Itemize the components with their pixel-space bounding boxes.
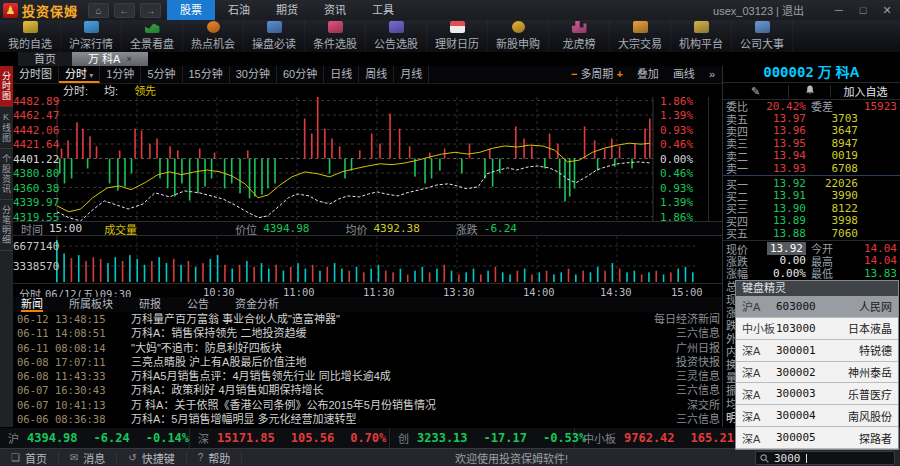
toolbar-button-新股申购[interactable]: 新股申购 xyxy=(488,20,549,52)
wizard-result-row[interactable]: 深A300003乐普医疗 xyxy=(736,383,898,405)
wizard-result-row[interactable]: 深A300004南风股份 xyxy=(736,405,898,427)
close-icon[interactable]: ✕ xyxy=(880,4,894,17)
minus-icon[interactable]: − xyxy=(571,68,577,80)
block-trade-icon xyxy=(633,21,648,33)
volume-chart[interactable] xyxy=(13,236,722,283)
toolbar-button-条件选股[interactable]: 条件选股 xyxy=(305,20,366,52)
tab-close-icon[interactable]: × xyxy=(126,52,131,66)
wizard-result-row[interactable]: 中小板103000日本液晶 xyxy=(736,318,898,340)
period-1分钟[interactable]: 1分钟 xyxy=(100,66,141,83)
news-tab-研报[interactable]: 研报 xyxy=(139,297,161,312)
index-item-深[interactable]: 深15171.85105.560.70% xyxy=(190,428,390,449)
sidebar-item-K线图[interactable]: K线图 xyxy=(0,107,13,149)
edit-icon[interactable]: ✎ xyxy=(723,85,789,98)
news-tab-公告[interactable]: 公告 xyxy=(187,297,209,312)
news-row[interactable]: 06-07 16:30:43万科A：政策利好 4月销售如期保持增长三六信息 xyxy=(13,383,722,397)
wizard-market: 中小板 xyxy=(742,320,776,336)
price-scale-label: 4401.22 xyxy=(13,154,55,165)
period-周线[interactable]: 周线 xyxy=(359,66,394,83)
toolbar-button-公告选股[interactable]: 公告选股 xyxy=(366,20,427,52)
alert-bell-icon[interactable] xyxy=(789,85,831,97)
statusbar-button-帮助[interactable]: ?帮助 xyxy=(187,452,243,464)
ask-price: 13.95 xyxy=(773,137,806,150)
statusbar-button-首页[interactable]: ❏首页 xyxy=(0,452,59,464)
ipo-icon xyxy=(512,21,525,33)
multi-period-control[interactable]: − 多周期 + xyxy=(564,66,630,83)
news-row[interactable]: 06-08 11:43:33万科A5月销售点评：4月销售领先行业 同比增长逾4成… xyxy=(13,369,722,383)
news-row[interactable]: 06-11 08:08:14"大妈"不追市：防息利好四板块广州日报 xyxy=(13,341,722,355)
sidebar-item-个股资讯[interactable]: 个股资讯 xyxy=(0,149,13,200)
news-row[interactable]: 06-12 13:48:15万科量产百万富翁 事业合伙人成"造富神器"每日经济新… xyxy=(13,312,722,326)
tab-label: 万 科A xyxy=(88,52,120,66)
logout-link[interactable]: 退出 xyxy=(782,5,804,17)
news-tab-所属板块[interactable]: 所属板块 xyxy=(69,297,113,312)
tab-万 科A[interactable]: 万 科A× xyxy=(72,52,148,66)
period-月线[interactable]: 月线 xyxy=(394,66,429,83)
toolbar-button-大宗交易[interactable]: 大宗交易 xyxy=(610,20,671,52)
menu-item-石油[interactable]: 石油 xyxy=(215,0,263,20)
toolbar-button-理财日历[interactable]: 理财日历 xyxy=(427,20,488,52)
wizard-result-row[interactable]: 深A300002神州泰岳 xyxy=(736,362,898,384)
period-日线[interactable]: 日线 xyxy=(324,66,359,83)
popup-title[interactable]: 键盘精灵 xyxy=(736,281,898,296)
overlay-button[interactable]: 叠加 xyxy=(630,66,666,83)
toolbar-button-龙虎榜[interactable]: 龙虎榜 xyxy=(549,20,610,52)
index-item-创[interactable]: 创3233.13-17.17-0.53% xyxy=(390,428,575,449)
tab-首页[interactable]: 首页 xyxy=(18,52,72,66)
search-box[interactable]: 3000 xyxy=(755,451,895,465)
sidebar-item-分笔明细[interactable]: 分笔明细 xyxy=(0,200,13,251)
menu-item-股票[interactable]: 股票 xyxy=(167,0,215,20)
forward-icon[interactable]: → xyxy=(140,3,161,18)
keyboard-wizard-popup: 键盘精灵 沪A603000人民网中小板103000日本液晶深A300001特锐德… xyxy=(735,280,899,450)
volume-label[interactable]: 成交量 xyxy=(104,221,137,237)
more-button[interactable]: » xyxy=(702,66,722,83)
wizard-market: 沪A xyxy=(742,298,776,314)
back-icon[interactable]: ← xyxy=(114,3,135,18)
menu-item-工具[interactable]: 工具 xyxy=(359,0,407,20)
toolbar-button-公司大事[interactable]: 公司大事 xyxy=(732,20,793,52)
index-item-沪[interactable]: 沪4394.98-6.24-0.14% xyxy=(0,428,190,449)
news-tab-新闻[interactable]: 新闻 xyxy=(21,297,43,312)
menu-item-期货[interactable]: 期货 xyxy=(263,0,311,20)
menu-item-资讯[interactable]: 资讯 xyxy=(311,0,359,20)
news-row[interactable]: 06-07 10:41:13万 科A：关于依照《香港公司条例》公布2015年5月… xyxy=(13,398,722,412)
wizard-result-row[interactable]: 深A300005探路者 xyxy=(736,427,898,449)
news-row[interactable]: 06-06 08:36:38万科A：5月销售增幅明显 多元化经营加速转型三六信息 xyxy=(13,412,722,426)
period-30分钟[interactable]: 30分钟 xyxy=(230,66,277,83)
add-watchlist-button[interactable]: 加入自选 xyxy=(831,83,900,99)
ask-volume: 0019 xyxy=(832,149,859,162)
search-input[interactable]: 3000 xyxy=(774,452,801,465)
sidebar-item-分时图[interactable]: 分时图 xyxy=(0,66,13,107)
toolbar-button-热点机会[interactable]: 热点机会 xyxy=(183,20,244,52)
statusbar-button-消息[interactable]: ✉消息 xyxy=(59,452,117,464)
toolbar-button-机构平台[interactable]: 机构平台 xyxy=(671,20,732,52)
period-分时[interactable]: 分时 ▾ xyxy=(59,66,100,83)
news-row[interactable]: 06-11 14:08:51万科A：销售保持领先 二地投资趋缓三六信息 xyxy=(13,326,722,340)
toolbar-button-沪深行情[interactable]: 沪深行情 xyxy=(61,20,122,52)
wizard-name: 人民网 xyxy=(859,298,892,314)
wizard-result-row[interactable]: 沪A603000人民网 xyxy=(736,296,898,318)
period-5分钟[interactable]: 5分钟 xyxy=(141,66,182,83)
period-15分钟[interactable]: 15分钟 xyxy=(183,66,230,83)
news-date: 06-06 08:36:38 xyxy=(13,412,121,426)
news-date: 06-12 13:48:15 xyxy=(13,312,121,326)
chart-info-row: 时间 15:00 成交量 价位 4394.98 均价 4392.38 涨跌 -6… xyxy=(13,221,722,236)
toolbar-button-我的自选[interactable]: 我的自选 xyxy=(0,20,61,52)
news-title: 万科量产百万富翁 事业合伙人成"造富神器" xyxy=(121,312,627,326)
statusbar-button-快捷键[interactable]: ↺快捷键 xyxy=(117,452,186,464)
index-change: 165.21 xyxy=(691,431,734,445)
plus-icon[interactable]: + xyxy=(616,68,622,80)
toolbar-button-全景看盘[interactable]: 全景看盘 xyxy=(122,20,183,52)
period-60分钟[interactable]: 60分钟 xyxy=(277,66,324,83)
news-source: 投资快报 xyxy=(627,355,722,369)
draw-button[interactable]: 画线 xyxy=(666,66,702,83)
maximize-icon[interactable]: □ xyxy=(856,4,870,17)
toolbar-button-操盘必读[interactable]: 操盘必读 xyxy=(244,20,305,52)
pct-scale-label: 0.93% xyxy=(660,183,693,194)
news-row[interactable]: 06-08 17:07:11三亮点睛股 沪上有A股最后价值洼地投资快报 xyxy=(13,355,722,369)
intraday-chart[interactable] xyxy=(13,97,722,221)
wizard-result-row[interactable]: 深A300001特锐德 xyxy=(736,340,898,362)
home-icon[interactable]: ⌂ xyxy=(88,3,109,18)
news-tab-资金分析[interactable]: 资金分析 xyxy=(235,297,279,312)
minimize-icon[interactable]: ─ xyxy=(832,4,846,17)
